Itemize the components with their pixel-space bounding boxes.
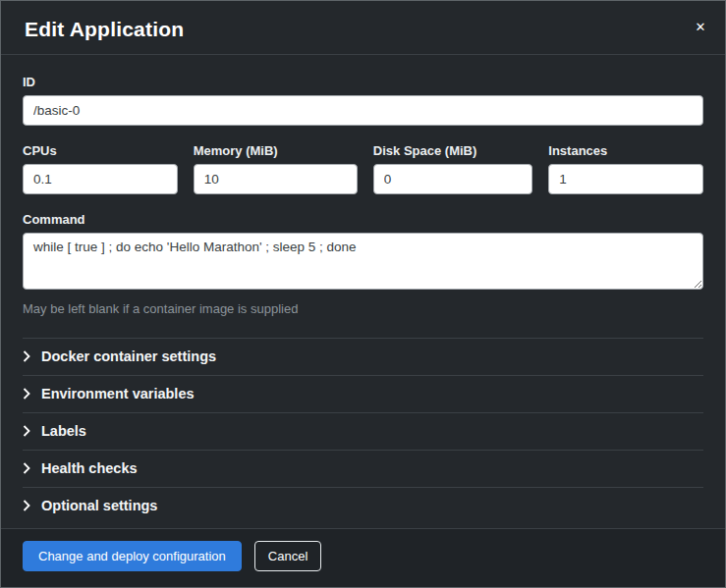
command-field-group: Command while [ true ] ; do echo 'Hello … xyxy=(23,212,703,316)
chevron-right-icon xyxy=(23,350,30,362)
chevron-right-icon xyxy=(23,462,30,474)
command-help-text: May be left blank if a container image i… xyxy=(23,301,703,316)
edit-application-modal: Edit Application ✕ ID CPUs Memory (MiB) … xyxy=(0,0,726,588)
chevron-right-icon xyxy=(23,500,30,511)
command-label: Command xyxy=(23,212,703,227)
instances-label: Instances xyxy=(548,143,703,158)
collapsible-sections: Docker container settings Environment va… xyxy=(23,338,703,524)
section-docker-container-settings[interactable]: Docker container settings xyxy=(23,338,703,375)
chevron-right-icon xyxy=(23,425,30,437)
section-health-checks[interactable]: Health checks xyxy=(23,450,703,487)
memory-label: Memory (MiB) xyxy=(194,143,358,158)
instances-field-group: Instances xyxy=(548,143,703,194)
chevron-right-icon xyxy=(23,388,30,400)
disk-field-group: Disk Space (MiB) xyxy=(373,143,532,194)
cancel-button[interactable]: Cancel xyxy=(254,541,321,571)
section-optional-settings[interactable]: Optional settings xyxy=(23,487,703,524)
resource-fields-row: CPUs Memory (MiB) Disk Space (MiB) Insta… xyxy=(23,143,703,194)
close-icon[interactable]: ✕ xyxy=(690,17,711,38)
cpus-label: CPUs xyxy=(23,143,178,158)
id-field-group: ID xyxy=(23,75,703,126)
memory-field-group: Memory (MiB) xyxy=(194,143,358,194)
modal-body: ID CPUs Memory (MiB) Disk Space (MiB) In… xyxy=(1,55,725,528)
command-textarea[interactable]: while [ true ] ; do echo 'Hello Marathon… xyxy=(23,233,703,290)
section-environment-variables[interactable]: Environment variables xyxy=(23,375,703,412)
disk-input[interactable] xyxy=(373,164,532,194)
cpus-input[interactable] xyxy=(23,164,178,194)
section-label: Docker container settings xyxy=(41,348,216,364)
id-label: ID xyxy=(23,75,703,89)
disk-label: Disk Space (MiB) xyxy=(373,143,532,158)
id-input[interactable] xyxy=(23,95,703,126)
section-label: Health checks xyxy=(41,460,138,476)
modal-footer: Change and deploy configuration Cancel xyxy=(1,528,725,587)
section-label: Optional settings xyxy=(41,498,157,513)
section-label: Labels xyxy=(41,423,86,439)
section-label: Environment variables xyxy=(41,386,195,401)
cpus-field-group: CPUs xyxy=(23,143,178,194)
section-labels[interactable]: Labels xyxy=(23,412,703,450)
instances-input[interactable] xyxy=(548,164,703,194)
change-and-deploy-button[interactable]: Change and deploy configuration xyxy=(23,541,242,571)
memory-input[interactable] xyxy=(194,164,358,194)
page-title: Edit Application xyxy=(25,18,184,40)
modal-header: Edit Application ✕ xyxy=(1,1,725,55)
